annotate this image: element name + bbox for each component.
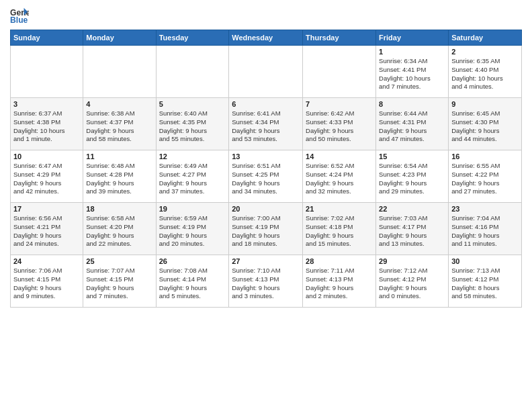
day-info: Sunrise: 6:40 AM Sunset: 4:35 PM Dayligh… (159, 109, 226, 144)
day-info: Sunrise: 6:55 AM Sunset: 4:22 PM Dayligh… (451, 162, 519, 196)
calendar-cell: 13Sunrise: 6:51 AM Sunset: 4:25 PM Dayli… (229, 150, 303, 203)
day-info: Sunrise: 6:42 AM Sunset: 4:33 PM Dayligh… (306, 109, 373, 144)
calendar-cell: 7Sunrise: 6:42 AM Sunset: 4:33 PM Daylig… (303, 98, 376, 150)
day-info: Sunrise: 7:00 AM Sunset: 4:19 PM Dayligh… (232, 214, 300, 248)
calendar-cell: 11Sunrise: 6:48 AM Sunset: 4:28 PM Dayli… (83, 150, 156, 203)
day-number: 2 (451, 48, 519, 56)
day-info: Sunrise: 7:12 AM Sunset: 4:12 PM Dayligh… (379, 267, 445, 301)
weekday-header-cell: Saturday (449, 30, 522, 46)
calendar-cell: 17Sunrise: 6:56 AM Sunset: 4:21 PM Dayli… (11, 203, 83, 255)
day-info: Sunrise: 7:04 AM Sunset: 4:16 PM Dayligh… (451, 214, 519, 248)
day-number: 6 (232, 100, 300, 108)
day-number: 5 (159, 100, 226, 108)
day-info: Sunrise: 6:41 AM Sunset: 4:34 PM Dayligh… (232, 109, 300, 144)
calendar-week-row: 10Sunrise: 6:47 AM Sunset: 4:29 PM Dayli… (11, 150, 522, 203)
calendar-cell: 12Sunrise: 6:49 AM Sunset: 4:27 PM Dayli… (156, 150, 229, 203)
calendar-cell: 25Sunrise: 7:07 AM Sunset: 4:15 PM Dayli… (83, 255, 156, 308)
calendar-cell (303, 46, 376, 98)
day-info: Sunrise: 6:58 AM Sunset: 4:20 PM Dayligh… (86, 214, 152, 248)
calendar-cell: 18Sunrise: 6:58 AM Sunset: 4:20 PM Dayli… (83, 203, 156, 255)
calendar-cell: 21Sunrise: 7:02 AM Sunset: 4:18 PM Dayli… (303, 203, 376, 255)
weekday-header-cell: Monday (83, 30, 156, 46)
day-number: 29 (379, 257, 445, 265)
calendar-cell: 1Sunrise: 6:34 AM Sunset: 4:41 PM Daylig… (376, 46, 449, 98)
calendar-cell: 14Sunrise: 6:52 AM Sunset: 4:24 PM Dayli… (303, 150, 376, 203)
day-info: Sunrise: 7:11 AM Sunset: 4:13 PM Dayligh… (306, 267, 373, 301)
calendar-cell: 10Sunrise: 6:47 AM Sunset: 4:29 PM Dayli… (11, 150, 83, 203)
calendar-cell: 20Sunrise: 7:00 AM Sunset: 4:19 PM Dayli… (229, 203, 303, 255)
day-number: 28 (306, 257, 373, 265)
calendar-cell: 9Sunrise: 6:45 AM Sunset: 4:30 PM Daylig… (449, 98, 522, 150)
day-info: Sunrise: 7:02 AM Sunset: 4:18 PM Dayligh… (306, 214, 373, 248)
day-number: 25 (86, 257, 152, 265)
day-info: Sunrise: 6:44 AM Sunset: 4:31 PM Dayligh… (379, 109, 445, 144)
calendar-cell: 24Sunrise: 7:06 AM Sunset: 4:15 PM Dayli… (11, 255, 83, 308)
day-number: 19 (159, 205, 226, 213)
calendar-cell (83, 46, 156, 98)
calendar-cell (11, 46, 83, 98)
calendar-cell: 3Sunrise: 6:37 AM Sunset: 4:38 PM Daylig… (11, 98, 83, 150)
day-number: 15 (379, 152, 445, 161)
weekday-header-cell: Tuesday (156, 30, 229, 46)
calendar-week-row: 1Sunrise: 6:34 AM Sunset: 4:41 PM Daylig… (11, 46, 522, 98)
svg-text:Blue: Blue (10, 15, 28, 25)
day-info: Sunrise: 7:10 AM Sunset: 4:13 PM Dayligh… (232, 267, 300, 301)
day-info: Sunrise: 7:06 AM Sunset: 4:15 PM Dayligh… (13, 267, 80, 301)
day-number: 26 (159, 257, 226, 265)
calendar-cell (156, 46, 229, 98)
day-number: 4 (86, 100, 152, 108)
calendar-week-row: 3Sunrise: 6:37 AM Sunset: 4:38 PM Daylig… (11, 98, 522, 150)
weekday-header-cell: Sunday (11, 30, 83, 46)
calendar-cell: 27Sunrise: 7:10 AM Sunset: 4:13 PM Dayli… (229, 255, 303, 308)
day-number: 8 (379, 100, 445, 108)
weekday-header-cell: Thursday (303, 30, 376, 46)
day-number: 9 (451, 100, 519, 108)
calendar-cell: 23Sunrise: 7:04 AM Sunset: 4:16 PM Dayli… (449, 203, 522, 255)
header: General Blue (10, 7, 522, 26)
calendar-cell: 8Sunrise: 6:44 AM Sunset: 4:31 PM Daylig… (376, 98, 449, 150)
day-info: Sunrise: 6:45 AM Sunset: 4:30 PM Dayligh… (451, 109, 519, 144)
day-info: Sunrise: 7:03 AM Sunset: 4:17 PM Dayligh… (379, 214, 445, 248)
day-info: Sunrise: 6:56 AM Sunset: 4:21 PM Dayligh… (13, 214, 80, 248)
calendar-cell: 29Sunrise: 7:12 AM Sunset: 4:12 PM Dayli… (376, 255, 449, 308)
logo-icon: General Blue (10, 7, 29, 26)
day-info: Sunrise: 7:07 AM Sunset: 4:15 PM Dayligh… (86, 267, 152, 301)
day-info: Sunrise: 6:49 AM Sunset: 4:27 PM Dayligh… (159, 162, 226, 196)
calendar-cell: 4Sunrise: 6:38 AM Sunset: 4:37 PM Daylig… (83, 98, 156, 150)
day-number: 11 (86, 152, 152, 161)
day-number: 3 (13, 100, 80, 108)
calendar-cell: 30Sunrise: 7:13 AM Sunset: 4:12 PM Dayli… (449, 255, 522, 308)
day-info: Sunrise: 6:51 AM Sunset: 4:25 PM Dayligh… (232, 162, 300, 196)
day-number: 14 (306, 152, 373, 161)
calendar-cell: 26Sunrise: 7:08 AM Sunset: 4:14 PM Dayli… (156, 255, 229, 308)
day-number: 7 (306, 100, 373, 108)
weekday-header-cell: Friday (376, 30, 449, 46)
calendar-cell: 16Sunrise: 6:55 AM Sunset: 4:22 PM Dayli… (449, 150, 522, 203)
day-info: Sunrise: 6:48 AM Sunset: 4:28 PM Dayligh… (86, 162, 152, 196)
day-number: 23 (451, 205, 519, 213)
day-info: Sunrise: 6:54 AM Sunset: 4:23 PM Dayligh… (379, 162, 445, 196)
day-info: Sunrise: 7:08 AM Sunset: 4:14 PM Dayligh… (159, 267, 226, 301)
day-number: 30 (451, 257, 519, 265)
day-number: 16 (451, 152, 519, 161)
calendar-cell: 6Sunrise: 6:41 AM Sunset: 4:34 PM Daylig… (229, 98, 303, 150)
day-number: 27 (232, 257, 300, 265)
calendar-body: 1Sunrise: 6:34 AM Sunset: 4:41 PM Daylig… (11, 46, 522, 308)
calendar-cell: 22Sunrise: 7:03 AM Sunset: 4:17 PM Dayli… (376, 203, 449, 255)
weekday-header-cell: Wednesday (229, 30, 303, 46)
day-number: 24 (13, 257, 80, 265)
calendar-cell: 28Sunrise: 7:11 AM Sunset: 4:13 PM Dayli… (303, 255, 376, 308)
calendar-cell: 2Sunrise: 6:35 AM Sunset: 4:40 PM Daylig… (449, 46, 522, 98)
day-info: Sunrise: 6:35 AM Sunset: 4:40 PM Dayligh… (451, 57, 519, 91)
calendar-week-row: 17Sunrise: 6:56 AM Sunset: 4:21 PM Dayli… (11, 203, 522, 255)
day-number: 20 (232, 205, 300, 213)
day-info: Sunrise: 6:34 AM Sunset: 4:41 PM Dayligh… (379, 57, 445, 91)
day-number: 21 (306, 205, 373, 213)
day-number: 18 (86, 205, 152, 213)
calendar-cell: 15Sunrise: 6:54 AM Sunset: 4:23 PM Dayli… (376, 150, 449, 203)
day-info: Sunrise: 7:13 AM Sunset: 4:12 PM Dayligh… (451, 267, 519, 301)
day-info: Sunrise: 6:52 AM Sunset: 4:24 PM Dayligh… (306, 162, 373, 196)
day-info: Sunrise: 6:47 AM Sunset: 4:29 PM Dayligh… (13, 162, 80, 196)
day-number: 1 (379, 48, 445, 56)
calendar-cell: 19Sunrise: 6:59 AM Sunset: 4:19 PM Dayli… (156, 203, 229, 255)
